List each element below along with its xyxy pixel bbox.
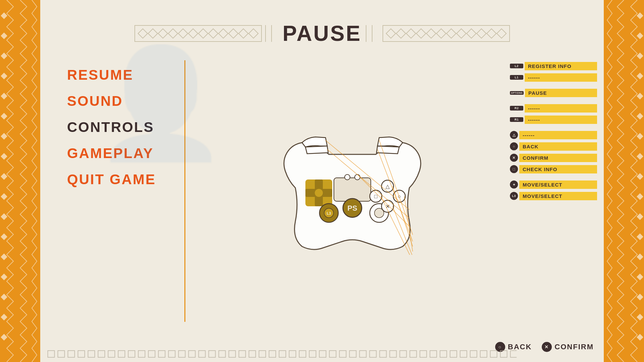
- diamond-deco: [188, 28, 198, 39]
- main-content: PAUSE RESUME SOUND CONTROLS GAMEPLAY: [40, 0, 604, 362]
- svg-rect-67: [48, 351, 55, 357]
- triangle-badge: △: [510, 131, 518, 139]
- svg-rect-102: [400, 351, 407, 357]
- r1-badge: R1: [510, 117, 523, 122]
- diamond-deco: [456, 28, 466, 39]
- svg-rect-87: [249, 351, 256, 357]
- menu-item-quit[interactable]: QUIT GAME: [67, 171, 156, 188]
- svg-rect-85: [229, 351, 236, 357]
- diamond-deco: [208, 28, 218, 39]
- bottom-squares-row: [47, 349, 517, 359]
- l1-badge: L1: [510, 75, 523, 80]
- diamond-deco: [248, 28, 258, 39]
- left-border: [0, 0, 40, 362]
- header-right-decoration: [383, 25, 510, 42]
- svg-rect-108: [460, 351, 467, 357]
- svg-text:△: △: [386, 184, 390, 189]
- svg-rect-88: [259, 351, 266, 357]
- diamond-deco: [198, 28, 208, 39]
- svg-rect-84: [219, 351, 226, 357]
- svg-rect-78: [159, 351, 165, 357]
- diamond-deco: [496, 28, 507, 39]
- svg-rect-112: [501, 351, 507, 357]
- diamond-deco: [416, 28, 426, 39]
- diamond-deco: [218, 28, 228, 39]
- header-left-decoration: [134, 25, 262, 42]
- svg-rect-82: [199, 351, 206, 357]
- svg-rect-93: [309, 351, 316, 357]
- mapping-cross: ✕ CONFIRM: [510, 152, 597, 163]
- svg-rect-73: [108, 351, 115, 357]
- svg-rect-79: [169, 351, 175, 357]
- diamond-deco: [386, 28, 396, 39]
- header-divider: [265, 25, 272, 42]
- svg-rect-95: [330, 351, 336, 357]
- svg-rect-91: [289, 351, 296, 357]
- mapping-triangle: △ ------: [510, 129, 597, 141]
- dpad-label: MOVE/SELECT: [519, 180, 597, 189]
- diamond-deco: [158, 28, 168, 39]
- svg-rect-69: [68, 351, 75, 357]
- svg-rect-80: [179, 351, 185, 357]
- svg-point-42: [355, 174, 360, 180]
- svg-rect-113: [511, 351, 517, 357]
- diamond-deco: [137, 28, 148, 39]
- diamond-deco: [168, 28, 178, 39]
- menu-item-resume[interactable]: RESUME: [67, 67, 156, 83]
- svg-rect-96: [340, 351, 346, 357]
- svg-rect-111: [490, 351, 497, 357]
- svg-rect-104: [420, 351, 427, 357]
- menu-item-controls[interactable]: CONTROLS: [67, 119, 156, 135]
- l1-label: ------: [525, 73, 597, 82]
- l3-badge: L3: [510, 192, 518, 200]
- diamond-deco: [426, 28, 436, 39]
- button-mappings-panel: L2 REGISTER INFO L1 ------ OPTIONS PAUSE…: [510, 60, 597, 202]
- diamond-deco: [228, 28, 238, 39]
- controller-area: PS L3 △ □ ○ ✕: [194, 54, 510, 329]
- diamond-deco: [466, 28, 476, 39]
- mapping-circle: ○ BACK: [510, 141, 597, 152]
- svg-rect-77: [149, 351, 155, 357]
- svg-rect-76: [138, 351, 145, 357]
- svg-rect-70: [78, 351, 85, 357]
- r1-label: ------: [525, 116, 597, 124]
- confirm-label: CONFIRM: [554, 343, 594, 351]
- mapping-square: □ CHECK INFO: [510, 163, 597, 175]
- square-badge: □: [510, 165, 518, 173]
- diamond-deco: [436, 28, 446, 39]
- controller-diagram: PS L3 △ □ ○ ✕: [269, 128, 436, 255]
- svg-point-41: [345, 174, 350, 180]
- svg-rect-92: [299, 351, 306, 357]
- svg-text:PS: PS: [347, 204, 357, 212]
- r2-badge: R2: [510, 106, 523, 111]
- mapping-r1: R1 ------: [510, 114, 597, 125]
- menu-item-gameplay[interactable]: GAMEPLAY: [67, 145, 156, 161]
- vertical-divider: [184, 60, 185, 322]
- svg-rect-81: [189, 351, 195, 357]
- l2-label: REGISTER INFO: [525, 62, 597, 70]
- svg-rect-74: [118, 351, 125, 357]
- svg-rect-86: [239, 351, 246, 357]
- mapping-r2: R2 ------: [510, 102, 597, 114]
- diamond-deco: [486, 28, 496, 39]
- options-label: PAUSE: [525, 89, 597, 97]
- mapping-l1: L1 ------: [510, 72, 597, 83]
- svg-rect-71: [88, 351, 95, 357]
- svg-rect-103: [410, 351, 417, 357]
- svg-rect-97: [350, 351, 356, 357]
- cross-icon: ✕: [542, 342, 552, 352]
- page-title: PAUSE: [279, 21, 366, 46]
- mapping-l3: L3 MOVE/SELECT: [510, 190, 597, 202]
- svg-rect-105: [430, 351, 437, 357]
- menu-item-sound[interactable]: SOUND: [67, 93, 156, 109]
- circle-label: BACK: [519, 142, 597, 151]
- diamond-deco: [406, 28, 416, 39]
- svg-rect-107: [450, 351, 457, 357]
- svg-rect-68: [58, 351, 65, 357]
- svg-text:L3: L3: [327, 211, 331, 215]
- mapping-dpad: ✦ MOVE/SELECT: [510, 179, 597, 190]
- header-divider: [366, 25, 372, 42]
- svg-rect-110: [480, 351, 487, 357]
- svg-rect-99: [370, 351, 376, 357]
- confirm-action[interactable]: ✕ CONFIRM: [542, 342, 594, 352]
